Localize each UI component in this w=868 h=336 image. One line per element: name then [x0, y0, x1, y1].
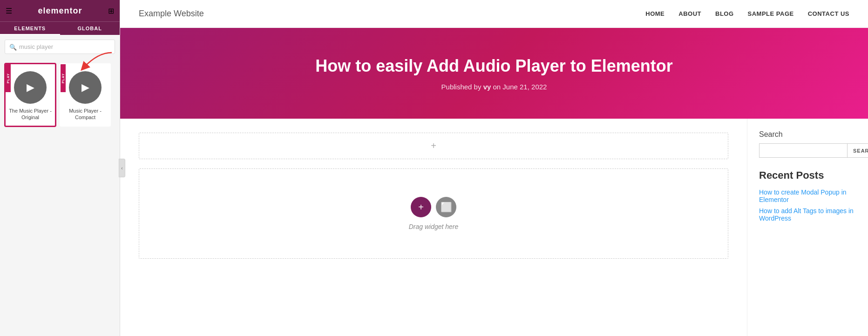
sidebar-search-input[interactable]: [759, 143, 847, 158]
main-content: Example Website HOME ABOUT BLOG SAMPLE P…: [120, 0, 868, 336]
drop-zone-buttons: + ⬜: [411, 197, 456, 217]
annotation-arrow: [61, 49, 116, 77]
play-tag-original: PLAY: [6, 64, 11, 92]
nav-sample-page[interactable]: SAMPLE PAGE: [748, 10, 794, 17]
content-sidebar: Search SEARCH Recent Posts How to create…: [747, 119, 868, 336]
published-suffix: on June 21, 2022: [491, 83, 547, 91]
widget-preview-original: ▶: [14, 71, 47, 104]
recent-post-2[interactable]: How to add Alt Tags to images in WordPre…: [759, 207, 856, 222]
content-main: + + ⬜ Drag widget here: [120, 119, 747, 336]
drop-zone-label: Drag widget here: [409, 223, 459, 230]
grid-icon[interactable]: ⊞: [108, 7, 114, 15]
site-header: Example Website HOME ABOUT BLOG SAMPLE P…: [120, 0, 868, 28]
widget-label-compact: Music Player - Compact: [61, 108, 110, 126]
search-icon: 🔍: [9, 43, 17, 50]
hero-section: How to easily Add Audio Player to Elemen…: [120, 28, 868, 119]
nav-blog[interactable]: BLOG: [715, 10, 734, 17]
sidebar-search-button[interactable]: SEARCH: [847, 143, 868, 158]
site-nav: HOME ABOUT BLOG SAMPLE PAGE CONTACT US: [645, 10, 849, 17]
nav-contact-us[interactable]: CONTACT US: [808, 10, 849, 17]
play-icon-compact: ▶: [81, 81, 89, 94]
hero-title: How to easily Add Audio Player to Elemen…: [139, 56, 849, 76]
drop-zone[interactable]: + ⬜ Drag widget here: [139, 168, 728, 259]
panel-header: ☰ elementor ⊞: [0, 0, 120, 21]
panel-tabs: ELEMENTS GLOBAL: [0, 21, 120, 35]
hero-subtitle: Published by vy on June 21, 2022: [139, 83, 849, 91]
add-widget-button[interactable]: +: [411, 197, 431, 217]
tab-elements[interactable]: ELEMENTS: [0, 22, 60, 35]
elementor-logo: elementor: [38, 6, 82, 16]
play-icon-original: ▶: [27, 81, 34, 94]
widget-label-original: The Music Player - Original: [6, 108, 55, 126]
published-prefix: Published by: [441, 83, 483, 91]
hamburger-icon[interactable]: ☰: [6, 7, 12, 15]
nav-home[interactable]: HOME: [645, 10, 665, 17]
search-area: 🔍: [0, 35, 120, 59]
tab-global[interactable]: GLOBAL: [60, 22, 120, 35]
widget-card-inner-original: ▶ The Music Player - Original: [6, 64, 55, 126]
settings-button[interactable]: ⬜: [436, 197, 456, 217]
recent-post-1[interactable]: How to create Modal Popup in Elementor: [759, 188, 856, 203]
arrow-annotation: [61, 49, 116, 79]
add-section-button[interactable]: +: [139, 133, 728, 159]
collapse-panel-handle[interactable]: ‹: [119, 159, 125, 177]
content-area: + + ⬜ Drag widget here Search SEARCH Rec…: [120, 119, 868, 336]
sidebar-search-label: Search: [759, 130, 856, 139]
site-title: Example Website: [139, 9, 204, 19]
elementor-panel: ☰ elementor ⊞ ELEMENTS GLOBAL 🔍: [0, 0, 120, 336]
hero-author: vy: [483, 83, 491, 91]
widget-card-original[interactable]: PLAY ▶ The Music Player - Original: [5, 63, 56, 127]
plus-icon: +: [431, 141, 436, 151]
sidebar-search-row: SEARCH: [759, 143, 856, 158]
recent-posts-title: Recent Posts: [759, 169, 856, 181]
nav-about[interactable]: ABOUT: [678, 10, 701, 17]
